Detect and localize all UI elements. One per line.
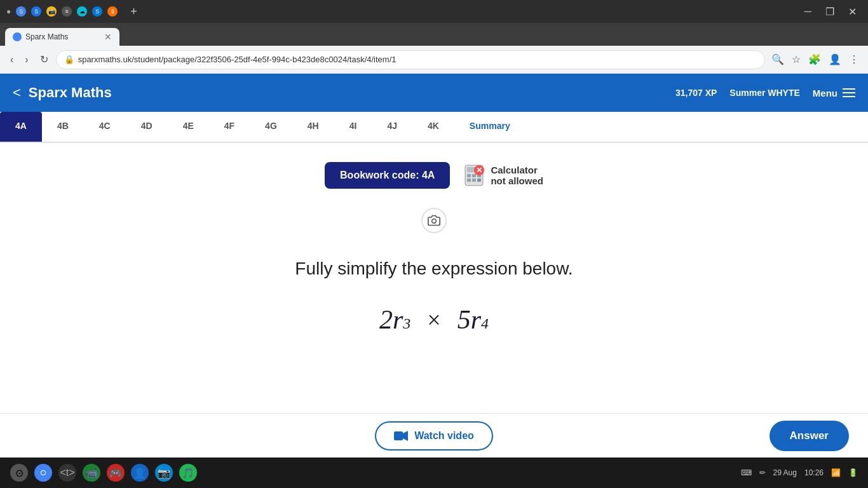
question-text: Fully simplify the expression below. — [25, 259, 843, 279]
tab-4k[interactable]: 4K — [412, 112, 454, 142]
svg-rect-7 — [477, 179, 481, 182]
tab-favicon-7: $ — [107, 6, 118, 17]
star-button[interactable]: ☆ — [789, 51, 803, 68]
back-nav-button[interactable]: ‹ — [6, 51, 17, 68]
more-button[interactable]: ⋮ — [846, 51, 862, 68]
tab-close-icon[interactable]: ✕ — [104, 32, 112, 42]
svg-point-10 — [432, 219, 437, 224]
app-back-button[interactable]: < — [13, 85, 21, 101]
taskbar-date: 29 Aug — [773, 468, 797, 477]
profile-button[interactable]: 👤 — [826, 51, 844, 68]
camera-icon — [428, 214, 440, 227]
math-term-2: 5r4 — [458, 304, 489, 335]
calculator-icon: ✕ — [463, 164, 485, 187]
xp-display: 31,707 XP — [675, 88, 717, 98]
calculator-badge: ✕ Calculator not allowed — [463, 164, 543, 187]
bottom-bar: Watch video Answer — [0, 413, 868, 458]
browser-tabs: Sparx Maths ✕ — [0, 23, 868, 46]
tab-4d[interactable]: 4D — [126, 112, 168, 142]
math-times-symbol: × — [427, 306, 440, 334]
taskbar-meet-icon[interactable]: 📹 — [83, 464, 100, 482]
taskbar-chrome-icon[interactable] — [34, 464, 52, 482]
svg-rect-2 — [467, 174, 471, 177]
tab-summary[interactable]: Summary — [454, 112, 526, 142]
user-display: Summer WHYTE — [729, 88, 799, 98]
math-coeff-2: 5 — [458, 304, 471, 335]
extensions-button[interactable]: 🧩 — [806, 51, 824, 68]
tab-favicon-2: S — [31, 6, 41, 17]
taskbar-icon-5[interactable]: 👤 — [131, 464, 149, 482]
tab-4c[interactable]: 4C — [84, 112, 126, 142]
browser-toolbar: ‹ › ↻ 🔒 sparxmaths.uk/student/package/32… — [0, 46, 868, 74]
header-right: 31,707 XP Summer WHYTE Menu — [675, 88, 855, 98]
watch-video-button[interactable]: Watch video — [375, 421, 493, 451]
svg-rect-5 — [467, 179, 471, 182]
zoom-button[interactable]: 🔍 — [769, 51, 787, 68]
camera-button[interactable] — [421, 208, 447, 233]
system-taskbar: ⊙ <t> 📹 🎮 👤 📷 🎵 ⌨ ✏ 29 Aug 10:26 📶 🔋 — [0, 458, 868, 488]
tab-4h[interactable]: 4H — [292, 112, 334, 142]
tab-favicon-6: S — [92, 6, 102, 17]
tab-favicon — [13, 32, 22, 41]
tab-4i[interactable]: 4I — [334, 112, 372, 142]
address-bar[interactable]: 🔒 sparxmaths.uk/student/package/322f3506… — [56, 50, 765, 69]
task-nav: 4A 4B 4C 4D 4E 4F 4G 4H 4I 4J 4K Summary — [0, 112, 868, 143]
taskbar-icon-4[interactable]: 🎮 — [107, 464, 125, 482]
chrome-icon-svg — [37, 467, 49, 478]
calculator-label-line2: not allowed — [491, 175, 543, 186]
calculator-text: Calculator not allowed — [491, 165, 543, 186]
svg-text:✕: ✕ — [476, 166, 482, 175]
menu-button[interactable]: Menu — [813, 88, 855, 98]
tab-title: Sparx Maths — [25, 32, 68, 41]
bookwork-badge: Bookwork code: 4A — [325, 162, 450, 189]
taskbar-time: 10:26 — [804, 468, 824, 477]
reload-button[interactable]: ↻ — [36, 51, 52, 68]
tab-4a[interactable]: 4A — [0, 112, 42, 142]
tab-4g[interactable]: 4G — [250, 112, 292, 142]
answer-button[interactable]: Answer — [770, 421, 849, 451]
new-tab-button[interactable]: + — [125, 3, 142, 21]
lock-icon: 🔒 — [64, 55, 74, 64]
math-expression: 2r3 × 5r4 — [25, 304, 843, 335]
top-bar: Bookwork code: 4A ✕ — [325, 162, 543, 189]
minimize-button[interactable]: ─ — [799, 3, 817, 20]
tab-favicon-3: 📷 — [46, 6, 57, 17]
math-exp-2: 4 — [481, 315, 489, 332]
taskbar-battery-icon: 🔋 — [848, 468, 858, 477]
math-exp-1: 3 — [403, 315, 410, 332]
browser-titlebar: ● S S 📷 ≡ ☁ S $ + ─ ❐ ✕ — [0, 0, 868, 23]
app-header: < Sparx Maths 31,707 XP Summer WHYTE Men… — [0, 74, 868, 112]
close-button[interactable]: ✕ — [843, 3, 862, 20]
taskbar-icon-6[interactable]: 📷 — [155, 464, 173, 482]
active-tab[interactable]: Sparx Maths ✕ — [5, 28, 119, 46]
taskbar-right: ⌨ ✏ 29 Aug 10:26 📶 🔋 — [741, 468, 858, 477]
tab-4e[interactable]: 4E — [168, 112, 209, 142]
svg-point-15 — [41, 471, 45, 475]
menu-label: Menu — [813, 88, 837, 98]
taskbar-system-icon[interactable]: ⊙ — [10, 464, 28, 482]
question-area: Fully simplify the expression below. 2r3… — [13, 233, 855, 360]
calculator-label-line1: Calculator — [491, 165, 543, 175]
taskbar-wifi-icon: 📶 — [831, 468, 841, 477]
main-content: Bookwork code: 4A ✕ — [0, 143, 868, 373]
svg-rect-11 — [394, 431, 403, 440]
taskbar-spotify-icon[interactable]: 🎵 — [179, 464, 197, 482]
tab-favicon-4: ≡ — [62, 6, 72, 17]
taskbar-keyboard-icon: ⌨ — [741, 468, 752, 477]
restore-button[interactable]: ❐ — [820, 3, 839, 20]
forward-nav-button[interactable]: › — [21, 51, 32, 68]
calculator-svg: ✕ — [463, 164, 485, 187]
math-term-1: 2r3 — [379, 304, 410, 335]
app-logo: Sparx Maths — [29, 85, 675, 101]
url-text: sparxmaths.uk/student/package/322f3506-2… — [78, 55, 397, 64]
hamburger-icon — [843, 88, 855, 97]
tab-4j[interactable]: 4J — [372, 112, 412, 142]
taskbar-ct-icon[interactable]: <t> — [58, 464, 76, 482]
svg-marker-12 — [403, 431, 408, 441]
tab-4f[interactable]: 4F — [209, 112, 250, 142]
tab-4b[interactable]: 4B — [42, 112, 84, 142]
taskbar-edit-icon: ✏ — [759, 468, 766, 477]
svg-rect-6 — [472, 179, 476, 182]
tab-favicon-5: ☁ — [77, 6, 87, 17]
watch-video-label: Watch video — [414, 430, 474, 442]
